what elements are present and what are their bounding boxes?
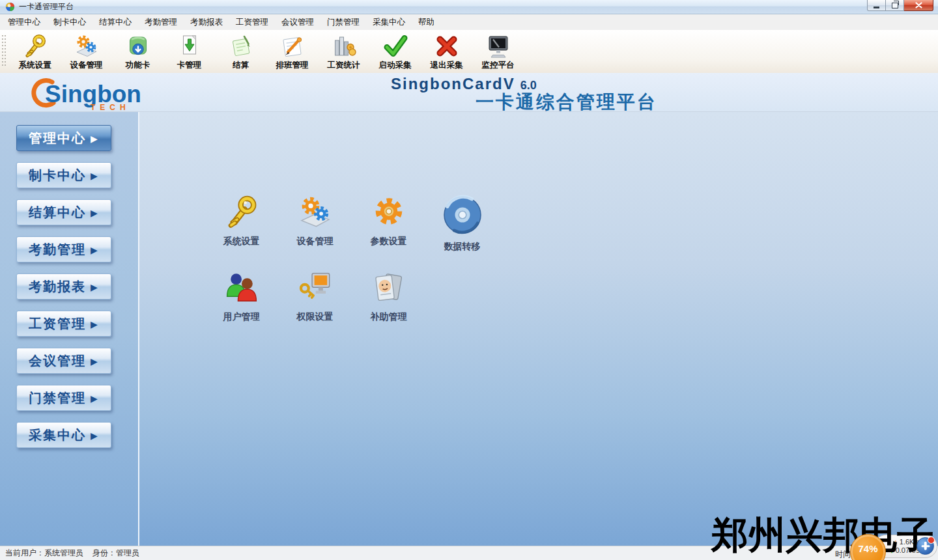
module-param-settings[interactable]: 参数设置 — [352, 194, 425, 253]
battery-percent: 74% — [858, 543, 877, 554]
sidebar-item-meeting-manage[interactable]: 会议管理▶ — [16, 348, 111, 374]
sidebar-item-attendance-manage[interactable]: 考勤管理▶ — [16, 236, 111, 262]
toolbar-button-shift-manage[interactable]: 排班管理 — [266, 32, 318, 71]
toolbar-grip[interactable] — [2, 35, 6, 68]
key-icon — [223, 194, 260, 233]
sidebar-item-settlement-center[interactable]: 结算中心▶ — [16, 199, 111, 225]
users-icon — [223, 270, 260, 309]
module-label: 补助管理 — [371, 311, 407, 323]
toolbar-button-label: 卡管理 — [177, 60, 202, 71]
menu-item-meeting-manage[interactable]: 会议管理 — [275, 14, 320, 31]
module-label: 用户管理 — [223, 311, 260, 323]
menu-item-access-manage[interactable]: 门禁管理 — [320, 14, 366, 31]
banner: Singbon TECH SingbonCardV6.0 一卡通综合管理平台 — [0, 73, 938, 112]
module-data-transfer[interactable]: 数据转移 — [425, 194, 499, 253]
toolbar-button-label: 退出采集 — [431, 60, 463, 71]
toolbar-button-label: 系统设置 — [19, 60, 51, 71]
sheet-pen-icon — [279, 33, 306, 59]
check-icon — [382, 33, 408, 59]
module-label: 设备管理 — [297, 236, 334, 247]
sidebar-item-access-manage[interactable]: 门禁管理▶ — [16, 385, 111, 411]
menu-item-collection-center[interactable]: 采集中心 — [366, 14, 412, 31]
sidebar-item-label: 制卡中心 — [29, 167, 86, 184]
sidebar-item-label: 会议管理 — [29, 352, 86, 370]
sidebar-item-attendance-report[interactable]: 考勤报表▶ — [16, 273, 111, 300]
menu-item-salary-manage[interactable]: 工资管理 — [229, 14, 275, 31]
face-card-icon — [371, 270, 407, 309]
toolbar-button-settlement[interactable]: 结算 — [215, 32, 266, 71]
menu-item-manage-center[interactable]: 管理中心 — [1, 14, 47, 31]
module-subsidy-manage[interactable]: 补助管理 — [352, 270, 425, 323]
close-icon — [915, 2, 922, 8]
toolbar: 系统设置设备管理功能卡卡管理结算排班管理工资统计启动采集退出采集监控平台 — [0, 30, 938, 74]
menu-item-card-making-center[interactable]: 制卡中心 — [47, 14, 92, 31]
chevron-right-icon: ▶ — [91, 356, 99, 367]
key-monitor-icon — [297, 270, 334, 309]
sidebar-item-label: 管理中心 — [29, 130, 86, 147]
sidebar-item-label: 采集中心 — [29, 427, 86, 444]
toolbar-button-label: 设备管理 — [70, 60, 103, 71]
menu-item-settlement-center[interactable]: 结算中心 — [92, 14, 138, 31]
sidebar-item-label: 门禁管理 — [29, 389, 86, 407]
menu-item-help[interactable]: 帮助 — [412, 14, 441, 31]
titlebar: 一卡通管理平台 — [0, 0, 938, 14]
app-logo-icon — [5, 2, 15, 12]
monitor-icon — [485, 33, 511, 59]
module-row-1: 系统设置设备管理参数设置数据转移 — [205, 194, 499, 253]
restore-button[interactable] — [886, 0, 904, 11]
toolbar-button-start-collect[interactable]: 启动采集 — [369, 32, 421, 71]
toolbar-button-monitor-platform[interactable]: 监控平台 — [472, 32, 524, 71]
current-user-text: 当前用户：系统管理员 — [5, 548, 83, 559]
sidebar: 管理中心▶制卡中心▶结算中心▶考勤管理▶考勤报表▶工资管理▶会议管理▶门禁管理▶… — [0, 112, 139, 546]
logo-sub-text: TECH — [91, 103, 130, 111]
card-arrow-icon — [177, 33, 203, 59]
chevron-right-icon: ▶ — [91, 430, 99, 441]
sidebar-item-label: 考勤报表 — [29, 278, 86, 296]
module-user-manage[interactable]: 用户管理 — [205, 270, 278, 323]
sidebar-item-collection-center[interactable]: 采集中心▶ — [16, 422, 111, 448]
module-device-manage[interactable]: 设备管理 — [278, 194, 352, 253]
toolbar-button-stop-collect[interactable]: 退出采集 — [421, 32, 472, 71]
menu-item-attendance-report[interactable]: 考勤报表 — [184, 14, 229, 31]
chevron-right-icon: ▶ — [91, 282, 99, 292]
module-label: 参数设置 — [371, 236, 407, 247]
banner-subtitle: 一卡通综合管理平台 — [476, 90, 657, 115]
function-card-icon — [125, 33, 151, 59]
sidebar-item-salary-manage[interactable]: 工资管理▶ — [16, 311, 111, 337]
chevron-right-icon: ▶ — [91, 133, 99, 144]
toolbar-button-label: 功能卡 — [126, 60, 150, 71]
window-controls — [867, 0, 933, 11]
toolbar-button-label: 结算 — [233, 60, 249, 71]
cross-icon — [434, 33, 460, 59]
main-panel: 系统设置设备管理参数设置数据转移 用户管理权限设置补助管理 — [139, 112, 938, 546]
toolbar-button-device-manage[interactable]: 设备管理 — [61, 32, 112, 71]
menu-item-attendance-manage[interactable]: 考勤管理 — [138, 14, 184, 31]
toolbar-button-label: 启动采集 — [379, 60, 412, 71]
toolbar-button-salary-stats[interactable]: 工资统计 — [318, 32, 369, 71]
chevron-right-icon: ▶ — [91, 319, 99, 329]
toolbar-button-function-card[interactable]: 功能卡 — [112, 32, 163, 71]
module-label: 系统设置 — [223, 236, 260, 247]
module-row-2: 用户管理权限设置补助管理 — [205, 270, 425, 323]
menubar: 管理中心制卡中心结算中心考勤管理考勤报表工资管理会议管理门禁管理采集中心帮助 — [0, 14, 938, 31]
minimize-button[interactable] — [867, 0, 886, 11]
chevron-right-icon: ▶ — [91, 393, 99, 404]
sidebar-item-card-making-center[interactable]: 制卡中心▶ — [16, 162, 111, 188]
sidebar-item-manage-center[interactable]: 管理中心▶ — [16, 125, 111, 151]
module-permission-settings[interactable]: 权限设置 — [278, 270, 352, 323]
key-icon — [22, 33, 48, 59]
sidebar-item-label: 结算中心 — [29, 204, 86, 221]
toolbar-button-card-manage[interactable]: 卡管理 — [163, 32, 215, 71]
chevron-right-icon: ▶ — [91, 245, 99, 255]
module-system-settings[interactable]: 系统设置 — [205, 194, 278, 253]
notification-dot — [928, 537, 935, 544]
floating-ball[interactable] — [917, 537, 934, 555]
note-pen-icon — [228, 33, 254, 59]
cd-icon — [442, 194, 483, 238]
toolbar-button-system-settings[interactable]: 系统设置 — [9, 32, 61, 71]
close-button[interactable] — [904, 0, 933, 11]
gears-icon — [74, 33, 100, 59]
sidebar-item-label: 考勤管理 — [29, 241, 86, 259]
module-label: 权限设置 — [297, 311, 334, 323]
window-title: 一卡通管理平台 — [19, 1, 74, 12]
